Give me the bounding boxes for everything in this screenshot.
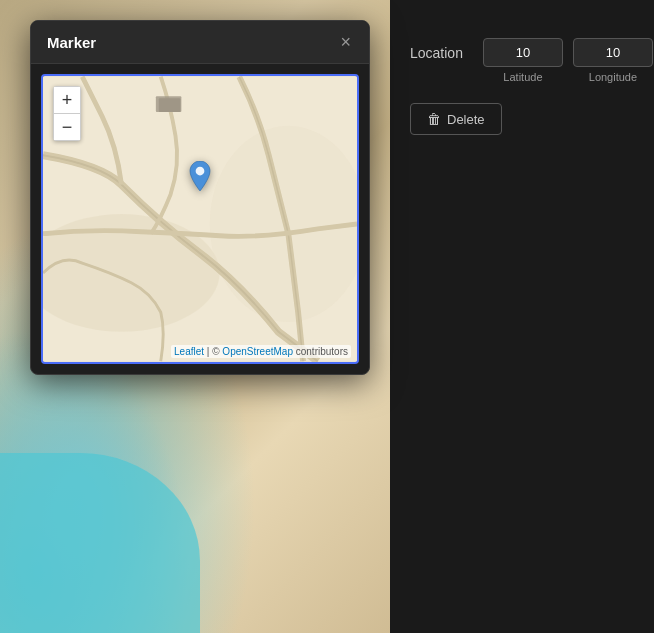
latitude-label: Latitude (503, 71, 542, 83)
delete-label: Delete (447, 112, 485, 127)
marker-dialog: Marker × (30, 20, 370, 375)
map-water (0, 453, 200, 633)
longitude-input[interactable] (573, 38, 653, 67)
map-svg (43, 76, 357, 362)
zoom-out-button[interactable]: − (54, 114, 80, 140)
dialog-header: Marker × (31, 21, 369, 64)
dialog-body: + − Leaflet | © OpenStreetMap contributo… (31, 64, 369, 374)
latitude-input[interactable] (483, 38, 563, 67)
close-button[interactable]: × (338, 33, 353, 51)
zoom-controls: + − (53, 86, 81, 141)
dialog-title: Marker (47, 34, 96, 51)
location-inputs: Latitude Longitude (483, 38, 653, 83)
attribution-rest: contributors (296, 346, 348, 357)
zoom-in-button[interactable]: + (54, 87, 80, 113)
trash-icon: 🗑 (427, 111, 441, 127)
delete-button[interactable]: 🗑 Delete (410, 103, 502, 135)
attribution-sep: | © (207, 346, 223, 357)
location-section: Location Latitude Longitude 🗑 Delete (410, 30, 634, 135)
svg-rect-4 (156, 96, 182, 112)
longitude-label: Longitude (589, 71, 637, 83)
map-container[interactable]: + − Leaflet | © OpenStreetMap contributo… (41, 74, 359, 364)
osm-link[interactable]: OpenStreetMap (222, 346, 293, 357)
map-pin (184, 161, 216, 205)
longitude-group: Longitude (573, 38, 653, 83)
location-row: Location Latitude Longitude (410, 30, 634, 83)
latitude-group: Latitude (483, 38, 563, 83)
location-label: Location (410, 45, 463, 61)
right-panel: Location Latitude Longitude 🗑 Delete (390, 0, 654, 633)
svg-point-5 (196, 166, 205, 175)
map-attribution: Leaflet | © OpenStreetMap contributors (171, 345, 351, 358)
leaflet-link[interactable]: Leaflet (174, 346, 204, 357)
